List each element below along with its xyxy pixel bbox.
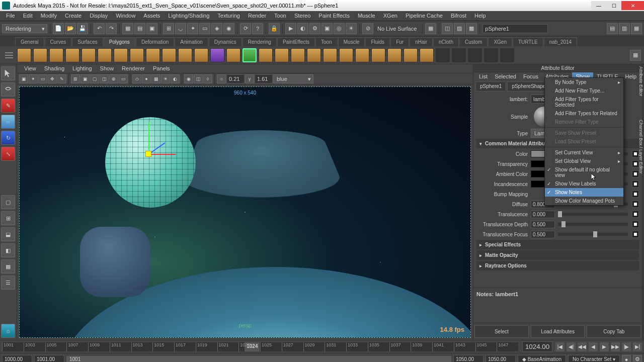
- translucence-map-button[interactable]: [632, 211, 639, 218]
- incandescence-map-button[interactable]: [632, 180, 639, 188]
- vp-bookmark-icon[interactable]: ✦: [29, 74, 38, 83]
- goto-start-icon[interactable]: |◀: [555, 342, 565, 351]
- scale-tool-icon[interactable]: ⤡: [1, 147, 15, 161]
- shelf-tab-polygons[interactable]: Polygons: [104, 37, 135, 46]
- vp-wireframe-icon[interactable]: ◇: [132, 74, 141, 83]
- menu-stereo[interactable]: Stereo: [290, 11, 314, 21]
- vp-bg-dropdown[interactable]: blue: [273, 74, 313, 83]
- transfocus-map-button[interactable]: [632, 231, 639, 238]
- ctx-add-new-filter[interactable]: Add New Filter Type...: [545, 86, 623, 95]
- shelf-tab-dynamics[interactable]: Dynamics: [209, 37, 242, 46]
- sculpt-icon[interactable]: [436, 48, 450, 62]
- poly-soccer-icon[interactable]: [178, 48, 192, 62]
- vp-menu-shading[interactable]: Shading: [40, 64, 68, 73]
- snap-grid-icon[interactable]: ⊞: [163, 23, 174, 34]
- ae-menu-help[interactable]: Help: [622, 72, 640, 81]
- ae-btn-select[interactable]: Select: [474, 325, 529, 338]
- time-ruler[interactable]: 1024 10011003100510071009101110131015101…: [2, 342, 518, 351]
- layout-two-v-icon[interactable]: ◧: [1, 243, 15, 257]
- ctx-show-notes[interactable]: Show Notes: [545, 188, 623, 197]
- shelf-tab-fluids[interactable]: Fluids: [365, 37, 390, 46]
- vp-menu-lighting[interactable]: Lighting: [68, 64, 96, 73]
- translucence-field[interactable]: [531, 211, 555, 218]
- poly-cone-icon[interactable]: [65, 48, 79, 62]
- vp-menu-view[interactable]: View: [20, 64, 40, 73]
- vp-lights-icon[interactable]: ☀: [161, 74, 170, 83]
- shelf-tab-painteffects[interactable]: PaintEffects: [277, 37, 315, 46]
- shelf-tab-surfaces[interactable]: Surfaces: [72, 37, 103, 46]
- layout-single-icon[interactable]: ▢: [1, 195, 15, 209]
- shelf-layout-icon[interactable]: ▦: [630, 50, 641, 61]
- shelf-tab-xgen[interactable]: XGen: [488, 37, 512, 46]
- render-icon[interactable]: ▶: [285, 23, 296, 34]
- ctx-set-global-view[interactable]: Set Global View: [545, 157, 623, 165]
- menu-pipelinecache[interactable]: Pipeline Cache: [401, 11, 447, 21]
- vp-2d-pan-icon[interactable]: ✥: [48, 74, 57, 83]
- vp-safe-action-icon[interactable]: ▭: [119, 74, 128, 83]
- poly-platonic-icon[interactable]: [194, 48, 208, 62]
- ctx-set-current-view[interactable]: Set Current View: [545, 148, 623, 157]
- play-forward-icon[interactable]: ▶: [600, 342, 609, 351]
- step-back-key-icon[interactable]: ◀|: [567, 342, 576, 351]
- workspace-dropdown[interactable]: Rendering: [2, 24, 47, 33]
- shelf-tab-custom[interactable]: Custom: [459, 37, 488, 46]
- autokey-icon[interactable]: ●: [622, 355, 631, 363]
- menu-display[interactable]: Display: [86, 11, 112, 21]
- sec-special-effects[interactable]: Special Effects: [476, 240, 639, 249]
- history-icon[interactable]: ⟳: [240, 23, 251, 34]
- ipr-icon[interactable]: ◐: [297, 23, 308, 34]
- menu-toon[interactable]: Toon: [270, 11, 290, 21]
- vp-menu-panels[interactable]: Panels: [149, 64, 174, 73]
- range-track[interactable]: 1001: [66, 356, 451, 363]
- construction-history-icon[interactable]: ▦: [425, 23, 436, 34]
- select-by-type-icon[interactable]: ▦: [122, 23, 133, 34]
- ctx-by-node-type[interactable]: By Node Type: [545, 78, 623, 86]
- snap-live-icon[interactable]: ◈: [211, 23, 222, 34]
- boolean-intersect-icon[interactable]: [323, 48, 337, 62]
- transdepth-slider[interactable]: [558, 223, 628, 226]
- cut-faces-icon[interactable]: [420, 48, 434, 62]
- move-tool-icon[interactable]: ↔: [1, 115, 15, 129]
- vp-image-plane-icon[interactable]: ▭: [38, 74, 47, 83]
- current-frame-field[interactable]: [522, 341, 552, 352]
- vp-select-camera-icon[interactable]: ▣: [19, 74, 28, 83]
- shelf-tab-deformation[interactable]: Deformation: [136, 37, 174, 46]
- vp-film-gate-icon[interactable]: ▣: [80, 74, 90, 83]
- shelf-tab-fur[interactable]: Fur: [390, 37, 409, 46]
- poly-cube-icon[interactable]: [33, 48, 47, 62]
- sidebar-toggle-2-icon[interactable]: ▥: [619, 23, 630, 34]
- object-name-field[interactable]: [482, 24, 548, 33]
- ae-tab-psphere1[interactable]: pSphere1: [475, 81, 506, 92]
- snap-point-icon[interactable]: ✦: [187, 23, 198, 34]
- sec-matte-opacity[interactable]: Matte Opacity: [476, 250, 639, 260]
- layout-four-icon[interactable]: ⊞: [1, 211, 15, 225]
- ae-btn-load-attributes[interactable]: Load Attributes: [531, 325, 585, 338]
- rotate-tool-icon[interactable]: ↻: [1, 131, 15, 145]
- render-settings-icon[interactable]: ⚙: [309, 23, 320, 34]
- menu-bifrost[interactable]: Bifrost: [447, 11, 470, 21]
- vp-menu-renderer[interactable]: Renderer: [118, 64, 149, 73]
- shelf-tab-toon[interactable]: Toon: [315, 37, 338, 46]
- step-forward-key-icon[interactable]: |▶: [622, 342, 631, 351]
- shelf-tab-nhair[interactable]: nHair: [410, 37, 433, 46]
- shelf-tab-curves[interactable]: Curves: [45, 37, 72, 46]
- redo-icon[interactable]: ↷: [106, 23, 117, 34]
- poly-prism-icon[interactable]: [114, 48, 128, 62]
- lock-icon[interactable]: 🔒: [269, 23, 280, 34]
- layout-persp-icon[interactable]: ▦: [1, 259, 15, 274]
- lasso-tool-icon[interactable]: [1, 82, 15, 97]
- light-icon[interactable]: ☀: [346, 23, 357, 34]
- range-out-field[interactable]: [453, 355, 484, 362]
- transfocus-slider[interactable]: [558, 233, 628, 236]
- vp-xray-icon[interactable]: ◫: [194, 74, 203, 83]
- vp-res-gate-icon[interactable]: ▢: [90, 74, 99, 83]
- shelf-tab-animation[interactable]: Animation: [175, 37, 208, 46]
- vp-smooth-shade-icon[interactable]: ●: [142, 74, 151, 83]
- ae-menu-list[interactable]: List: [475, 72, 491, 81]
- layout-two-h-icon[interactable]: ⬓: [1, 227, 15, 241]
- menu-lightingshading[interactable]: Lighting/Shading: [164, 11, 213, 21]
- ctx-show-color-managed[interactable]: Show Color Managed Pots: [545, 197, 623, 205]
- sculpt-pinch-icon[interactable]: [500, 48, 514, 62]
- maximize-button[interactable]: ☐: [606, 1, 621, 10]
- offset-edge-icon[interactable]: [404, 48, 418, 62]
